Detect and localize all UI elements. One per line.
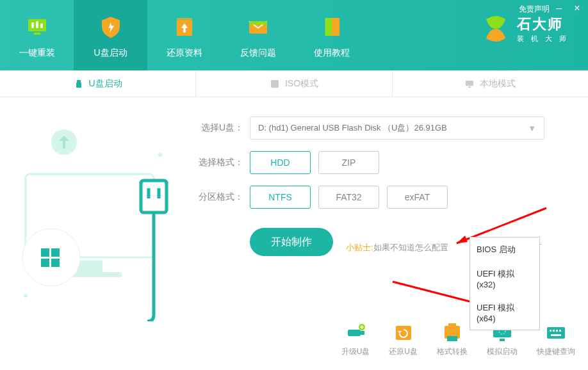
mail-icon xyxy=(243,12,274,42)
svg-point-25 xyxy=(158,153,162,157)
svg-rect-15 xyxy=(468,86,471,88)
nav-feedback[interactable]: 反馈问题 xyxy=(221,0,295,70)
brand-subtitle: 装 机 大 师 xyxy=(517,34,569,44)
dropdown-uefi64[interactable]: UEFI 模拟(x64) xyxy=(470,296,539,330)
svg-rect-1 xyxy=(31,22,34,28)
svg-rect-4 xyxy=(33,33,40,35)
svg-rect-43 xyxy=(550,330,551,332)
format-zip[interactable]: ZIP xyxy=(318,151,379,174)
local-icon xyxy=(464,79,475,89)
partition-ntfs[interactable]: NTFS xyxy=(250,186,311,209)
tab-usb-boot[interactable]: U盘启动 xyxy=(0,70,196,97)
svg-rect-2 xyxy=(36,21,38,28)
svg-rect-45 xyxy=(556,330,558,332)
svg-rect-37 xyxy=(448,323,456,327)
svg-rect-13 xyxy=(271,80,279,88)
nav-tutorial[interactable]: 使用教程 xyxy=(295,0,368,70)
svg-rect-41 xyxy=(500,339,505,341)
tip-label: 小贴士: xyxy=(346,242,373,253)
svg-rect-12 xyxy=(76,83,81,88)
svg-rect-18 xyxy=(77,261,102,272)
partition-exfat[interactable]: exFAT xyxy=(387,186,448,209)
tab-local[interactable]: 本地模式 xyxy=(393,70,588,97)
close-button[interactable]: × xyxy=(571,3,583,14)
svg-rect-9 xyxy=(325,18,332,36)
keyboard-icon xyxy=(544,322,568,342)
partition-label: 分区格式： xyxy=(199,191,250,203)
format-hdd[interactable]: HDD xyxy=(250,151,311,174)
nav-restore[interactable]: 还原资料 xyxy=(147,0,221,70)
header: 一键重装 U盘启动 还原资料 反馈问题 使用教程 免责声明 – × 石大师 装 … xyxy=(0,0,588,70)
tab-iso[interactable]: ISO模式 xyxy=(196,70,392,97)
book-icon xyxy=(316,12,347,42)
sub-tabs: U盘启动 ISO模式 本地模式 xyxy=(0,70,588,97)
iso-icon xyxy=(270,79,280,89)
action-shortcuts[interactable]: 快捷键查询 xyxy=(537,322,575,357)
restore-icon xyxy=(392,322,415,342)
svg-rect-21 xyxy=(141,181,167,213)
boot-mode-dropdown: BIOS 启动 UEFI 模拟(x32) UEFI 模拟(x64) xyxy=(470,237,540,330)
shield-icon xyxy=(95,12,126,42)
svg-rect-3 xyxy=(40,24,43,28)
svg-rect-32 xyxy=(361,331,364,335)
brand-logo-icon xyxy=(480,13,512,45)
start-button[interactable]: 开始制作 xyxy=(250,228,333,256)
nav-reinstall[interactable]: 一键重装 xyxy=(0,0,74,70)
illustration xyxy=(13,117,179,309)
usb-icon xyxy=(74,79,84,89)
svg-rect-6 xyxy=(176,18,192,21)
brand-title: 石大师 xyxy=(517,15,569,34)
svg-rect-31 xyxy=(348,330,361,336)
usb-select[interactable]: D: (hd1) General USB Flash Disk （U盘）26.9… xyxy=(250,117,544,140)
usb-upgrade-icon xyxy=(344,322,367,342)
svg-rect-42 xyxy=(547,327,565,339)
upload-icon xyxy=(169,12,200,42)
partition-fat32[interactable]: FAT32 xyxy=(318,186,379,209)
usb-select-label: 选择U盘： xyxy=(199,122,250,134)
format-label: 选择格式： xyxy=(199,157,250,168)
svg-point-26 xyxy=(24,294,28,298)
svg-rect-46 xyxy=(559,330,561,332)
bottom-actions: 升级U盘 还原U盘 格式转换 模拟启动 快捷键查询 xyxy=(341,322,575,357)
action-upgrade-usb[interactable]: 升级U盘 xyxy=(341,322,370,357)
tip-text: 如果不知道怎么配置 xyxy=(373,242,448,253)
chevron-down-icon: ▼ xyxy=(528,124,536,133)
dropdown-uefi32[interactable]: UEFI 模拟(x32) xyxy=(470,262,539,296)
svg-rect-11 xyxy=(77,80,81,83)
svg-rect-47 xyxy=(551,334,561,336)
svg-point-20 xyxy=(22,229,80,286)
action-format-convert[interactable]: 格式转换 xyxy=(437,322,468,357)
monitor-icon xyxy=(22,12,53,42)
convert-icon xyxy=(441,322,464,342)
svg-rect-38 xyxy=(447,336,457,341)
svg-rect-8 xyxy=(249,21,267,24)
brand: 石大师 装 机 大 师 xyxy=(480,13,569,45)
svg-rect-10 xyxy=(332,18,339,36)
svg-rect-44 xyxy=(553,330,555,332)
svg-rect-14 xyxy=(466,81,473,86)
dropdown-bios[interactable]: BIOS 启动 xyxy=(470,237,539,262)
tip: 小贴士: 如果不知道怎么配置 即可 xyxy=(346,242,575,253)
action-restore-usb[interactable]: 还原U盘 xyxy=(389,322,418,357)
nav-usb-boot[interactable]: U盘启动 xyxy=(74,0,147,70)
